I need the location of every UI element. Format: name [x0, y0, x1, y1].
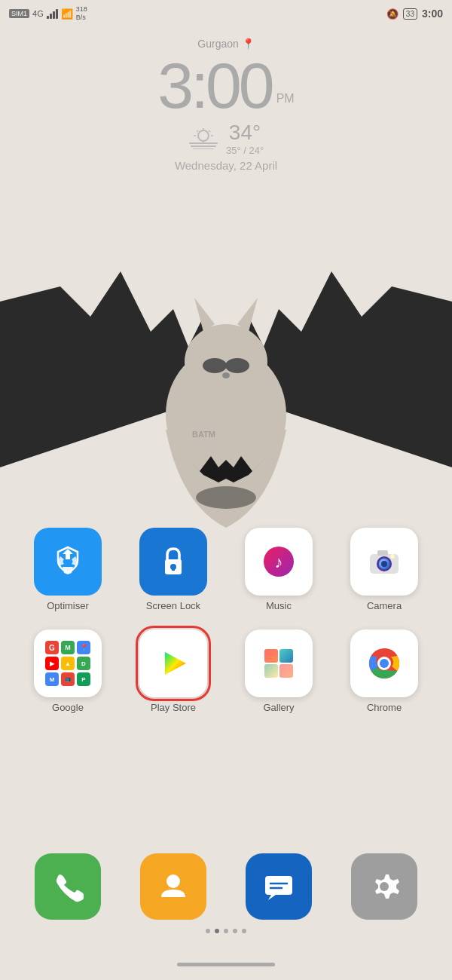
network-type: 4G — [32, 9, 44, 18]
app-row-1: Optimiser Screen Lock — [0, 528, 452, 611]
music-label: Music — [266, 600, 292, 611]
batman-wallpaper: BATM — [0, 241, 452, 528]
status-bar: SIM1 4G 📶 318 B/s 🔕 33 3:00 — [0, 0, 452, 27]
svg-point-27 — [381, 561, 387, 567]
screenlock-icon[interactable] — [139, 528, 207, 596]
svg-point-16 — [222, 372, 230, 378]
dock-settings[interactable] — [343, 853, 426, 920]
svg-point-15 — [225, 358, 249, 373]
svg-rect-34 — [279, 664, 293, 678]
phone-icon[interactable] — [35, 853, 101, 920]
svg-point-0 — [198, 130, 209, 141]
svg-point-38 — [166, 874, 180, 888]
status-left: SIM1 4G 📶 318 B/s — [9, 5, 87, 22]
date-label: Wednesday, 22 April — [0, 159, 452, 172]
page-dot-5[interactable] — [242, 929, 246, 933]
signal-icon — [47, 8, 58, 19]
app-camera[interactable]: Camera — [339, 528, 429, 611]
svg-line-6 — [209, 130, 210, 132]
app-optimiser[interactable]: Optimiser — [23, 528, 113, 611]
app-music[interactable]: ♪ Music — [234, 528, 324, 611]
svg-line-5 — [197, 130, 198, 132]
svg-rect-21 — [172, 567, 175, 571]
page-dot-4[interactable] — [233, 929, 237, 933]
dock — [0, 853, 452, 920]
gallery-icon[interactable] — [245, 629, 313, 697]
network-speed: 318 B/s — [76, 5, 87, 22]
chrome-label: Chrome — [367, 702, 402, 713]
camera-label: Camera — [367, 600, 402, 611]
app-gallery[interactable]: Gallery — [234, 629, 324, 713]
playstore-icon[interactable] — [139, 629, 207, 697]
dock-messages[interactable] — [237, 853, 320, 920]
app-chrome[interactable]: Chrome — [339, 629, 429, 713]
mute-icon: 🔕 — [386, 8, 399, 20]
svg-point-43 — [380, 882, 389, 891]
status-right: 🔕 33 3:00 — [386, 8, 443, 20]
optimiser-icon[interactable] — [34, 528, 102, 596]
svg-marker-40 — [268, 895, 276, 900]
svg-rect-32 — [279, 649, 293, 663]
location-label: Gurgaon 📍 — [0, 38, 452, 50]
time-display: 3:00 — [422, 8, 443, 20]
svg-point-29 — [390, 554, 395, 559]
svg-rect-33 — [264, 664, 278, 678]
svg-point-37 — [380, 659, 389, 668]
location-icon: 📍 — [242, 38, 255, 50]
highlight-border — [136, 626, 211, 701]
screenlock-label: Screen Lock — [146, 600, 200, 611]
google-label: Google — [52, 702, 84, 713]
app-row-2: G M 📍 ▶ ▲ D M 📺 P Google — [0, 629, 452, 713]
messages-icon[interactable] — [246, 853, 312, 920]
app-google[interactable]: G M 📍 ▶ ▲ D M 📺 P Google — [23, 629, 113, 713]
weather-section: 34° 35° / 24° — [0, 121, 452, 156]
svg-point-11 — [185, 324, 267, 400]
playstore-label: Play Store — [151, 702, 196, 713]
optimiser-label: Optimiser — [47, 600, 89, 611]
svg-text:BATM: BATM — [192, 430, 215, 439]
home-indicator[interactable] — [177, 963, 275, 966]
chrome-icon[interactable] — [350, 629, 418, 697]
page-dot-1[interactable] — [206, 929, 210, 933]
dock-phone[interactable] — [26, 853, 109, 920]
svg-text:♪: ♪ — [275, 553, 283, 571]
google-icon[interactable]: G M 📍 ▶ ▲ D M 📺 P — [34, 629, 102, 697]
gallery-label: Gallery — [263, 702, 294, 713]
app-playstore[interactable]: Play Store — [128, 629, 218, 713]
camera-icon[interactable] — [350, 528, 418, 596]
svg-point-17 — [196, 486, 256, 509]
svg-rect-31 — [264, 649, 278, 663]
svg-rect-39 — [265, 876, 292, 895]
time-main-display: 3:00 PM — [0, 53, 452, 118]
contacts-icon[interactable] — [140, 853, 206, 920]
battery-icon: 33 — [403, 8, 417, 20]
page-dots — [0, 929, 452, 933]
page-dot-2[interactable] — [215, 929, 219, 933]
sim-label: SIM1 — [9, 9, 29, 18]
dock-contacts[interactable] — [132, 853, 215, 920]
clock-widget: Gurgaon 📍 3:00 PM — [0, 38, 452, 172]
svg-point-14 — [203, 358, 227, 373]
svg-rect-28 — [377, 550, 388, 556]
settings-icon[interactable] — [351, 853, 417, 920]
music-icon[interactable]: ♪ — [245, 528, 313, 596]
wifi-icon: 📶 — [61, 8, 73, 20]
app-screenlock[interactable]: Screen Lock — [128, 528, 218, 611]
page-dot-3[interactable] — [224, 929, 228, 933]
